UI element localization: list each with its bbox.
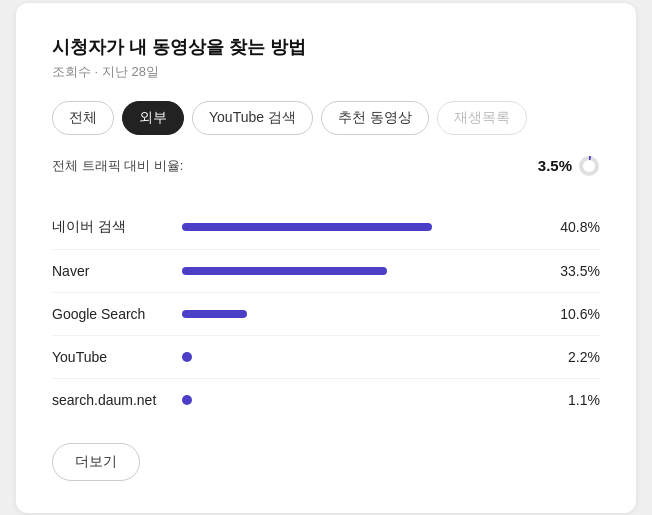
traffic-bar bbox=[182, 310, 247, 318]
traffic-ratio-value-group: 3.5% bbox=[538, 155, 600, 177]
more-button[interactable]: 더보기 bbox=[52, 443, 140, 481]
traffic-bar bbox=[182, 223, 432, 231]
traffic-pct-label: 10.6% bbox=[552, 306, 600, 322]
traffic-pct-label: 33.5% bbox=[552, 263, 600, 279]
traffic-item: 네이버 검색40.8% bbox=[52, 205, 600, 250]
tab-YouTube-검색[interactable]: YouTube 검색 bbox=[192, 101, 313, 135]
traffic-dot bbox=[182, 395, 192, 405]
svg-point-0 bbox=[581, 158, 597, 174]
traffic-item: Naver33.5% bbox=[52, 250, 600, 293]
traffic-pct-label: 2.2% bbox=[552, 349, 600, 365]
traffic-item-bar-area bbox=[182, 223, 540, 231]
tab-추천-동영상[interactable]: 추천 동영상 bbox=[321, 101, 429, 135]
traffic-item-label: search.daum.net bbox=[52, 392, 182, 408]
traffic-item: search.daum.net1.1% bbox=[52, 379, 600, 421]
traffic-item-label: 네이버 검색 bbox=[52, 218, 182, 236]
traffic-pct-label: 1.1% bbox=[552, 392, 600, 408]
traffic-ratio-label: 전체 트래픽 대비 비율: bbox=[52, 157, 183, 175]
donut-chart-icon bbox=[578, 155, 600, 177]
traffic-item-label: YouTube bbox=[52, 349, 182, 365]
traffic-pct-label: 40.8% bbox=[552, 219, 600, 235]
traffic-item-label: Naver bbox=[52, 263, 182, 279]
traffic-bar bbox=[182, 267, 387, 275]
traffic-item: YouTube2.2% bbox=[52, 336, 600, 379]
card-subtitle: 조회수 · 지난 28일 bbox=[52, 63, 600, 81]
traffic-ratio-row: 전체 트래픽 대비 비율: 3.5% bbox=[52, 155, 600, 177]
traffic-item-bar-area bbox=[182, 395, 540, 405]
tab-전체[interactable]: 전체 bbox=[52, 101, 114, 135]
traffic-list: 네이버 검색40.8%Naver33.5%Google Search10.6%Y… bbox=[52, 205, 600, 421]
tab-재생목록: 재생목록 bbox=[437, 101, 527, 135]
card-title: 시청자가 내 동영상을 찾는 방법 bbox=[52, 35, 600, 59]
traffic-ratio-number: 3.5% bbox=[538, 157, 572, 174]
tab-외부[interactable]: 외부 bbox=[122, 101, 184, 135]
traffic-item: Google Search10.6% bbox=[52, 293, 600, 336]
tabs-container: 전체외부YouTube 검색추천 동영상재생목록 bbox=[52, 101, 600, 135]
main-card: 시청자가 내 동영상을 찾는 방법 조회수 · 지난 28일 전체외부YouTu… bbox=[16, 3, 636, 513]
traffic-item-bar-area bbox=[182, 310, 540, 318]
traffic-item-bar-area bbox=[182, 352, 540, 362]
traffic-item-bar-area bbox=[182, 267, 540, 275]
traffic-item-label: Google Search bbox=[52, 306, 182, 322]
traffic-dot bbox=[182, 352, 192, 362]
